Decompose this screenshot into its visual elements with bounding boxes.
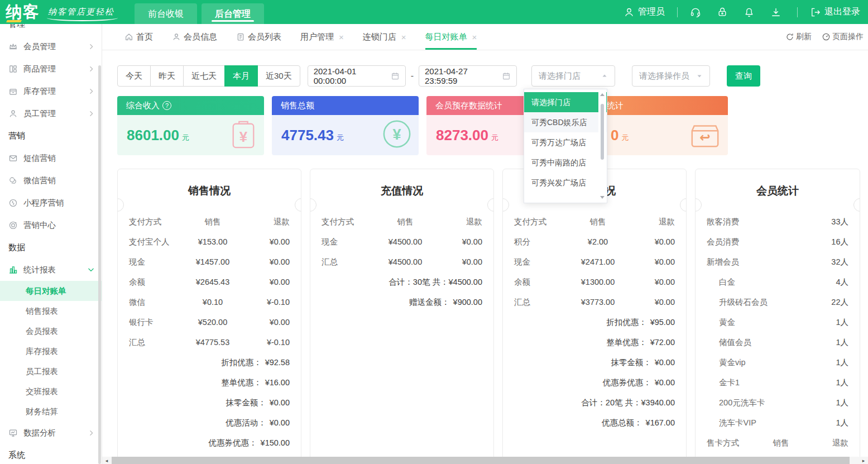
summary-row: 整单优惠：¥16.00 bbox=[129, 372, 290, 393]
caret-up-icon bbox=[601, 73, 608, 79]
summary-row: 赠送金额：¥900.00 bbox=[322, 292, 482, 312]
tabbar-actions: 刷新 页面操作 bbox=[775, 24, 868, 50]
app-logo: 纳客 纳客管店更轻松 bbox=[0, 1, 114, 23]
logout-button[interactable]: 退出登录 bbox=[810, 6, 860, 18]
range-button-今天[interactable]: 今天 bbox=[117, 65, 151, 87]
mode-tab-后台管理[interactable]: 后台管理 bbox=[202, 3, 264, 24]
card-unit: 元 bbox=[621, 133, 629, 143]
dropdown-option-可秀万达广场店[interactable]: 可秀万达广场店 bbox=[524, 132, 607, 152]
user-icon bbox=[624, 7, 635, 18]
refresh-button[interactable]: 刷新 bbox=[785, 32, 812, 42]
query-button[interactable]: 查询 bbox=[727, 65, 760, 87]
sidebar-subitem-每日对账单[interactable]: 每日对账单 bbox=[0, 281, 102, 301]
store-select[interactable]: 请选择门店 bbox=[531, 65, 615, 87]
card-title: 销售总额 bbox=[281, 101, 314, 111]
scrollbar-thumb[interactable] bbox=[601, 104, 604, 160]
mode-tab-前台收银[interactable]: 前台收银 bbox=[135, 3, 197, 24]
scroll-left-icon[interactable]: ◂ bbox=[102, 457, 111, 464]
caret-down-icon bbox=[696, 73, 703, 79]
stat-row: 储值会员1人 bbox=[707, 332, 848, 352]
support-button[interactable] bbox=[690, 7, 704, 18]
ticket-notch bbox=[853, 198, 860, 212]
table-row: 延期方式销售退款 bbox=[707, 453, 848, 457]
page-tab-首页[interactable]: 首页 bbox=[124, 24, 153, 50]
table-row: 微信¥0.10¥-0.10 bbox=[129, 292, 290, 312]
sidebar-section-管理: 管理 bbox=[0, 24, 102, 35]
sidebar-item-会员管理[interactable]: 会员管理 bbox=[0, 35, 102, 58]
panel-title: 销售情况 bbox=[118, 184, 301, 198]
user-icon bbox=[172, 32, 181, 41]
date-start-input[interactable]: 2021-04-01 00:00:00 bbox=[308, 65, 406, 87]
summary-row: 优惠券优惠：¥150.00 bbox=[129, 433, 290, 453]
lock-button[interactable] bbox=[717, 7, 731, 18]
svg-text:¥: ¥ bbox=[239, 128, 248, 145]
range-button-近七天[interactable]: 近七天 bbox=[183, 65, 225, 87]
card-value: 8273.00 bbox=[436, 127, 488, 144]
logout-icon bbox=[810, 7, 821, 18]
logo-slogan: 纳客管店更轻松 bbox=[48, 7, 114, 17]
total-row: 合计：70笔 共：¥5034.01 bbox=[129, 453, 290, 457]
goods-icon bbox=[8, 64, 18, 74]
chevron-down-icon bbox=[87, 266, 95, 274]
page-actions-button[interactable]: 页面操作 bbox=[822, 32, 864, 42]
close-icon[interactable]: × bbox=[472, 32, 477, 42]
dropdown-option-可秀兴发广场店[interactable]: 可秀兴发广场店 bbox=[524, 173, 607, 193]
list-icon bbox=[236, 32, 245, 41]
table-row: 现金¥1457.00¥0.00 bbox=[129, 252, 290, 272]
download-button[interactable] bbox=[770, 7, 785, 18]
operator-select[interactable]: 请选择操作员 bbox=[632, 65, 710, 87]
sidebar-subitem-员工报表[interactable]: 员工报表 bbox=[0, 361, 102, 381]
lock-icon bbox=[717, 7, 728, 18]
card-unit: 元 bbox=[337, 133, 344, 143]
sidebar-item-微信营销[interactable]: 微信营销 bbox=[0, 169, 102, 192]
sidebar-scrollbar[interactable] bbox=[98, 65, 101, 464]
sidebar-item-数据分析[interactable]: 数据分析 bbox=[0, 422, 102, 444]
sidebar-item-库存管理[interactable]: 库存管理 bbox=[0, 80, 102, 102]
summary-row: 折扣优惠：¥92.58 bbox=[129, 352, 290, 372]
summary-row: 优惠总额：¥167.00 bbox=[514, 413, 675, 433]
sidebar-subitem-库存报表[interactable]: 库存报表 bbox=[0, 341, 102, 361]
sidebar-item-商品管理[interactable]: 商品管理 bbox=[0, 58, 102, 80]
current-user[interactable]: 管理员 bbox=[624, 6, 665, 18]
page-tab-用户管理[interactable]: 用户管理× bbox=[300, 24, 344, 50]
clipboard-yen-icon: ¥ bbox=[229, 119, 257, 150]
panel-title: 充值情况 bbox=[310, 184, 493, 198]
horizontal-scrollbar[interactable]: ◂ ▸ bbox=[102, 457, 868, 464]
panel-members: 会员统计 散客消费33人会员消费16人新增会员32人白金4人升级砖石会员22人黄… bbox=[695, 169, 860, 457]
sidebar-item-小程序营销[interactable]: 小程序营销 bbox=[0, 192, 102, 214]
sidebar-section-营销: 营销 bbox=[0, 125, 102, 147]
sidebar-subitem-销售报表[interactable]: 销售报表 bbox=[0, 301, 102, 321]
page-tab-会员列表[interactable]: 会员列表 bbox=[236, 24, 281, 50]
stat-row: 散客消费33人 bbox=[707, 212, 848, 232]
page-tab-每日对账单[interactable]: 每日对账单× bbox=[425, 24, 477, 50]
range-button-近30天[interactable]: 近30天 bbox=[257, 65, 300, 87]
notifications-button[interactable] bbox=[744, 7, 758, 18]
page-tab-连锁门店[interactable]: 连锁门店× bbox=[363, 24, 406, 50]
dropdown-scrollbar[interactable] bbox=[598, 90, 606, 202]
page-tab-会员信息[interactable]: 会员信息 bbox=[172, 24, 217, 50]
scroll-up-icon[interactable] bbox=[600, 93, 605, 96]
sidebar-item-营销中心[interactable]: 营销中心 bbox=[0, 214, 102, 236]
sidebar-item-员工管理[interactable]: 员工管理 bbox=[0, 102, 102, 125]
dropdown-option-可秀中南路的店[interactable]: 可秀中南路的店 bbox=[524, 152, 607, 173]
range-button-本月[interactable]: 本月 bbox=[224, 65, 258, 87]
dropdown-option-请选择门店[interactable]: 请选择门店 bbox=[524, 92, 607, 112]
range-button-昨天[interactable]: 昨天 bbox=[150, 65, 184, 87]
sidebar-item-统计报表[interactable]: 统计报表 bbox=[0, 259, 102, 281]
sidebar-subitem-财务结算[interactable]: 财务结算 bbox=[0, 401, 102, 422]
close-icon[interactable]: × bbox=[339, 32, 344, 42]
scrollbar-thumb[interactable] bbox=[112, 457, 850, 464]
help-icon[interactable]: ? bbox=[162, 101, 171, 110]
scroll-down-icon[interactable] bbox=[600, 196, 605, 199]
scroll-right-icon[interactable]: ▸ bbox=[859, 457, 868, 464]
refresh-icon bbox=[785, 32, 794, 41]
sidebar-item-短信营销[interactable]: 短信营销 bbox=[0, 147, 102, 169]
dropdown-option-可秀CBD娱乐店[interactable]: 可秀CBD娱乐店 bbox=[524, 112, 607, 132]
bell-icon bbox=[744, 7, 755, 18]
close-icon[interactable]: × bbox=[401, 32, 406, 42]
summary-row: 优惠券优惠：¥0.00 bbox=[514, 372, 675, 393]
sidebar-subitem-会员报表[interactable]: 会员报表 bbox=[0, 321, 102, 341]
date-end-input[interactable]: 2021-04-27 23:59:59 bbox=[419, 65, 517, 87]
sidebar-subitem-交班报表[interactable]: 交班报表 bbox=[0, 381, 102, 401]
summary-row: 整单优惠：¥72.00 bbox=[514, 332, 675, 352]
